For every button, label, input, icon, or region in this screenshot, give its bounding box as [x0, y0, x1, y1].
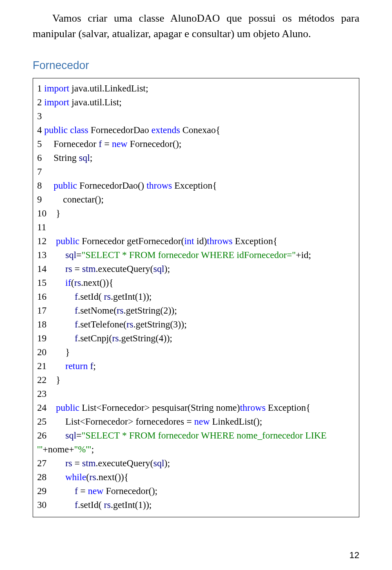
- code-line: 27 rs = stm.executeQuery(sql);: [37, 456, 355, 470]
- code-line: 2 import java.util.List;: [37, 96, 355, 109]
- code-token: f: [75, 319, 78, 330]
- code-line: 24 public List<Fornecedor> pesquisar(Str…: [37, 401, 355, 415]
- code-token: 20 }: [37, 347, 70, 357]
- code-token: 27: [37, 458, 65, 468]
- code-token: =: [76, 250, 82, 260]
- code-token: .setCnpj(: [78, 333, 112, 343]
- code-line: 1 import java.util.LinkedList;: [37, 82, 355, 96]
- code-line: 5 Fornecedor f = new Fornecedor();: [37, 137, 355, 151]
- intro-text: Vamos criar uma classe AlunoDAO que poss…: [33, 11, 359, 41]
- code-token: .getInt(1));: [111, 500, 151, 510]
- code-token: 4: [37, 125, 44, 135]
- code-line: 29 f = new Fornecedor();: [37, 484, 355, 498]
- code-token: 12: [37, 236, 56, 246]
- page-number: 12: [350, 549, 359, 562]
- code-token: 7: [37, 167, 44, 177]
- code-token: 28: [37, 472, 65, 482]
- code-token: .getString(2));: [123, 305, 177, 316]
- code-token: f: [75, 486, 78, 496]
- code-token: (: [86, 472, 89, 482]
- code-token: 21: [37, 361, 65, 371]
- code-line: 9 conectar();: [37, 193, 355, 207]
- code-line: 17 f.setNome(rs.getString(2));: [37, 304, 355, 318]
- code-token: return: [65, 361, 90, 371]
- code-token: throws: [147, 180, 172, 191]
- code-token: 30: [37, 500, 75, 510]
- code-token: 16: [37, 292, 75, 302]
- code-line: 19 f.setCnpj(rs.getString(4));: [37, 332, 355, 345]
- code-line: 7: [37, 165, 355, 179]
- code-token: 14: [37, 264, 65, 274]
- code-token: 13: [37, 250, 65, 260]
- code-line: 13 sql="SELECT * FROM fornecedor WHERE i…: [37, 248, 355, 262]
- code-line: 20 }: [37, 345, 355, 359]
- code-token: .setNome(: [78, 305, 117, 316]
- code-token: throws: [207, 236, 233, 246]
- code-token: =: [72, 458, 82, 468]
- code-token: Conexao{: [180, 125, 220, 135]
- code-token: =: [102, 139, 111, 149]
- code-token: 9 conectar();: [37, 194, 104, 205]
- code-token: sql: [153, 458, 164, 468]
- code-line: 26 sql="SELECT * FROM fornecedor WHERE n…: [37, 429, 355, 443]
- code-token: '": [37, 444, 43, 454]
- code-token: import: [44, 97, 69, 107]
- code-line: 16 f.setId( rs.getInt(1));: [37, 290, 355, 304]
- code-token: 17: [37, 305, 75, 316]
- code-token: rs: [117, 305, 124, 316]
- code-token: new: [112, 139, 127, 149]
- code-token: 15: [37, 278, 65, 288]
- code-token: sql: [65, 250, 76, 260]
- code-token: while: [65, 472, 86, 482]
- code-token: +nome+: [43, 444, 74, 454]
- code-token: Fornecedor();: [127, 139, 181, 149]
- code-token: f: [75, 333, 78, 343]
- code-line: 21 return f;: [37, 359, 355, 373]
- code-line: '"+nome+"%'";: [37, 443, 355, 456]
- code-token: =: [76, 430, 82, 441]
- code-token: .executeQuery(: [96, 264, 153, 274]
- code-token: FornecedorDao(): [77, 180, 147, 191]
- code-token: rs: [65, 458, 72, 468]
- code-token: int: [184, 236, 194, 246]
- code-token: ;: [90, 153, 92, 163]
- code-token: rs: [65, 264, 72, 274]
- code-token: rs: [104, 292, 111, 302]
- code-token: .setId(: [78, 292, 104, 302]
- code-line: 8 public FornecedorDao() throws Exceptio…: [37, 179, 355, 193]
- code-token: rs: [89, 472, 96, 482]
- code-token: sql: [79, 153, 90, 163]
- code-token: f: [75, 292, 78, 302]
- code-token: FornecedorDao: [91, 125, 151, 135]
- code-line: 12 public Fornecedor getFornecedor(int i…: [37, 234, 355, 248]
- code-token: throws: [240, 403, 266, 413]
- code-token: 23: [37, 389, 47, 399]
- code-token: public: [53, 180, 77, 191]
- code-token: rs: [74, 278, 81, 288]
- code-line: 28 while(rs.next()){: [37, 470, 355, 484]
- code-token: "%'": [74, 444, 91, 454]
- code-token: stm: [82, 458, 96, 468]
- code-token: extends: [151, 125, 180, 135]
- code-line: 10 }: [37, 207, 355, 220]
- code-token: stm: [82, 264, 96, 274]
- code-token: (: [71, 278, 74, 288]
- code-token: 10 }: [37, 208, 60, 218]
- code-line: 11: [37, 220, 355, 234]
- code-token: 24: [37, 403, 56, 413]
- code-token: f: [75, 500, 78, 510]
- code-token: =: [72, 264, 82, 274]
- code-token: .getString(4));: [119, 333, 172, 343]
- code-token: id): [194, 236, 207, 246]
- code-token: 25 List<Fornecedor> fornecedores =: [37, 416, 194, 427]
- code-token: 2: [37, 97, 44, 107]
- code-token: .getString(3));: [133, 319, 187, 330]
- code-token: sql: [153, 264, 164, 274]
- code-token: Fornecedor();: [103, 486, 157, 496]
- section-title: Fornecedor: [33, 58, 359, 73]
- code-line: 4 public class FornecedorDao extends Con…: [37, 123, 355, 137]
- code-token: java.util.LinkedList;: [69, 83, 149, 94]
- code-token: public: [56, 403, 80, 413]
- code-token: .getInt(1));: [111, 292, 151, 302]
- code-line: 15 if(rs.next()){: [37, 276, 355, 290]
